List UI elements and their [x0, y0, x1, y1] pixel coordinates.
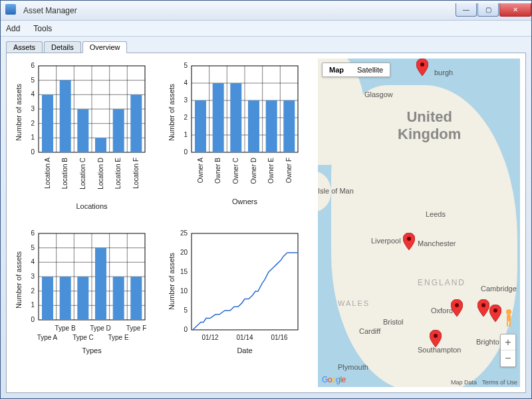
city-brighton: Brighto — [476, 338, 499, 346]
city-leeds: Leeds — [426, 210, 446, 218]
maximize-button[interactable]: ▢ — [477, 3, 499, 17]
chart-grid — [39, 66, 145, 152]
svg-text:3: 3 — [184, 96, 188, 104]
svg-rect-15 — [113, 109, 124, 152]
svg-point-62 — [493, 309, 497, 313]
svg-rect-44 — [266, 100, 277, 152]
svg-text:6: 6 — [31, 229, 35, 237]
minimize-button[interactable]: — — [456, 3, 477, 17]
tab-overview[interactable]: Overview — [82, 41, 128, 53]
svg-text:15: 15 — [180, 268, 188, 275]
x-ticks: Owner A Owner B Owner C Owner D Owner E … — [197, 158, 293, 184]
xlabel: Date — [237, 346, 252, 354]
svg-text:1: 1 — [31, 134, 35, 141]
app-window: Asset Manager — ▢ ✕ Add Tools Assets Det… — [0, 0, 532, 399]
map-pin[interactable] — [416, 59, 428, 76]
map-footer: Map Data Terms of Use — [451, 379, 517, 386]
svg-text:Owner C: Owner C — [232, 158, 239, 184]
chart-grid — [39, 233, 145, 320]
svg-text:Location D: Location D — [97, 158, 104, 190]
svg-text:5: 5 — [184, 307, 188, 314]
pegman-icon[interactable] — [503, 309, 515, 327]
content-panel: 0 1 2 3 4 5 6 Location A Location B Loca… — [6, 53, 526, 393]
svg-text:Owner E: Owner E — [267, 158, 275, 184]
svg-point-63 — [434, 334, 438, 338]
city-cambridge: Cambridge — [481, 285, 517, 293]
svg-text:Location C: Location C — [79, 158, 86, 190]
map-type-map[interactable]: Map — [323, 63, 350, 76]
ylabel: Number of assets — [15, 83, 23, 141]
window-title: Asset Manager — [1, 6, 455, 15]
terms-link[interactable]: Terms of Use — [482, 379, 517, 386]
svg-text:Owner B: Owner B — [214, 158, 221, 184]
chart-date: 0 5 10 15 20 25 01/12 01/14 01/16 Number… — [165, 226, 311, 387]
svg-text:0: 0 — [31, 316, 35, 323]
map-pin[interactable] — [403, 233, 415, 250]
svg-text:Type E: Type E — [108, 334, 128, 341]
city-isle: Isle of Man — [318, 187, 354, 195]
svg-rect-45 — [283, 100, 295, 152]
city-edinburgh: burgh — [434, 68, 453, 76]
svg-text:Owner D: Owner D — [250, 158, 257, 184]
app-icon — [5, 4, 16, 15]
map-data-link[interactable]: Map Data — [451, 379, 477, 386]
map-pin[interactable] — [430, 330, 442, 347]
y-ticks: 0 1 2 3 4 5 6 — [31, 62, 35, 156]
svg-point-59 — [407, 237, 411, 241]
svg-text:Location F: Location F — [132, 158, 140, 189]
svg-rect-43 — [248, 100, 259, 152]
map-type-satellite[interactable]: Satellite — [350, 63, 390, 76]
city-liverpool: Liverpool — [371, 237, 401, 245]
svg-text:Type B: Type B — [55, 325, 75, 332]
svg-rect-42 — [230, 83, 241, 152]
svg-text:0: 0 — [31, 148, 35, 156]
tab-details[interactable]: Details — [44, 41, 81, 53]
zoom-control: + − — [500, 334, 516, 367]
y-ticks: 0 1 2 3 4 5 — [184, 62, 188, 156]
menu-tools[interactable]: Tools — [33, 24, 52, 33]
zoom-out-button[interactable]: − — [501, 350, 515, 366]
x-ticks: 01/12 01/14 01/16 — [201, 334, 287, 341]
close-button[interactable]: ✕ — [499, 3, 531, 17]
svg-point-64 — [506, 309, 511, 315]
svg-text:Location E: Location E — [114, 158, 122, 190]
city-bristol: Bristol — [383, 318, 404, 326]
svg-text:Location B: Location B — [61, 158, 68, 190]
map-pin[interactable] — [477, 299, 489, 317]
map-pin[interactable] — [489, 305, 501, 322]
svg-rect-81 — [77, 277, 88, 320]
menu-add[interactable]: Add — [6, 24, 20, 33]
country-label: United Kingdom — [398, 108, 461, 143]
svg-rect-80 — [60, 277, 71, 320]
window-buttons: — ▢ ✕ — [455, 3, 531, 18]
map-panel[interactable]: Map Satellite United Kingdom Glasgow bur… — [318, 59, 520, 387]
titlebar: Asset Manager — ▢ ✕ — [1, 1, 531, 21]
svg-rect-67 — [509, 321, 511, 327]
svg-rect-84 — [130, 277, 142, 320]
svg-text:10: 10 — [180, 287, 188, 295]
svg-text:2: 2 — [31, 120, 35, 127]
svg-rect-82 — [95, 248, 106, 320]
ylabel: Number of assets — [15, 251, 23, 309]
svg-text:6: 6 — [31, 62, 35, 69]
svg-text:1: 1 — [184, 131, 188, 138]
svg-text:Owner F: Owner F — [285, 158, 293, 183]
line-series — [193, 253, 298, 330]
city-cardiff: Cardiff — [359, 327, 380, 335]
svg-text:01/16: 01/16 — [271, 334, 287, 341]
svg-text:Type F: Type F — [126, 325, 147, 332]
city-manchester: Manchester — [418, 239, 456, 247]
svg-text:5: 5 — [184, 62, 188, 69]
chart-frame — [192, 233, 298, 330]
chart-locations: 0 1 2 3 4 5 6 Location A Location B Loca… — [12, 59, 158, 219]
x-ticks: Type A Type B Type C Type D Type E Type … — [37, 325, 147, 341]
map-pin[interactable] — [451, 299, 463, 317]
zoom-in-button[interactable]: + — [501, 334, 515, 350]
svg-text:Owner A: Owner A — [197, 158, 204, 184]
chart-grid — [192, 66, 298, 152]
tab-assets[interactable]: Assets — [6, 41, 43, 53]
svg-text:3: 3 — [31, 273, 35, 280]
svg-text:2: 2 — [184, 114, 188, 121]
svg-point-58 — [420, 63, 424, 66]
svg-text:20: 20 — [180, 249, 188, 256]
